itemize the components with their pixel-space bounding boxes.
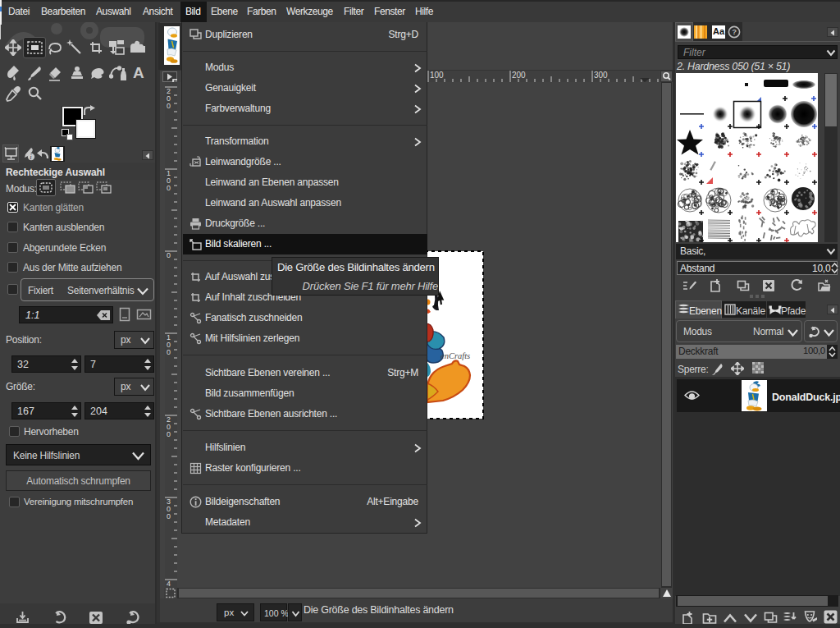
- svg-text:300: 300: [594, 71, 608, 80]
- svg-text:i: i: [30, 154, 32, 161]
- svg-text:A: A: [133, 64, 144, 81]
- svg-text:0: 0: [167, 512, 171, 520]
- svg-text:0: 0: [167, 348, 171, 356]
- svg-text:enCrafts: enCrafts: [441, 351, 470, 360]
- svg-text:100: 100: [430, 71, 444, 80]
- svg-text:4: 4: [167, 580, 171, 588]
- svg-text:0: 0: [167, 102, 171, 110]
- svg-text:?: ?: [732, 27, 737, 36]
- svg-text:200: 200: [512, 71, 526, 80]
- svg-text:0: 0: [167, 430, 171, 438]
- svg-text:0: 0: [167, 184, 171, 192]
- svg-text:0: 0: [167, 251, 171, 259]
